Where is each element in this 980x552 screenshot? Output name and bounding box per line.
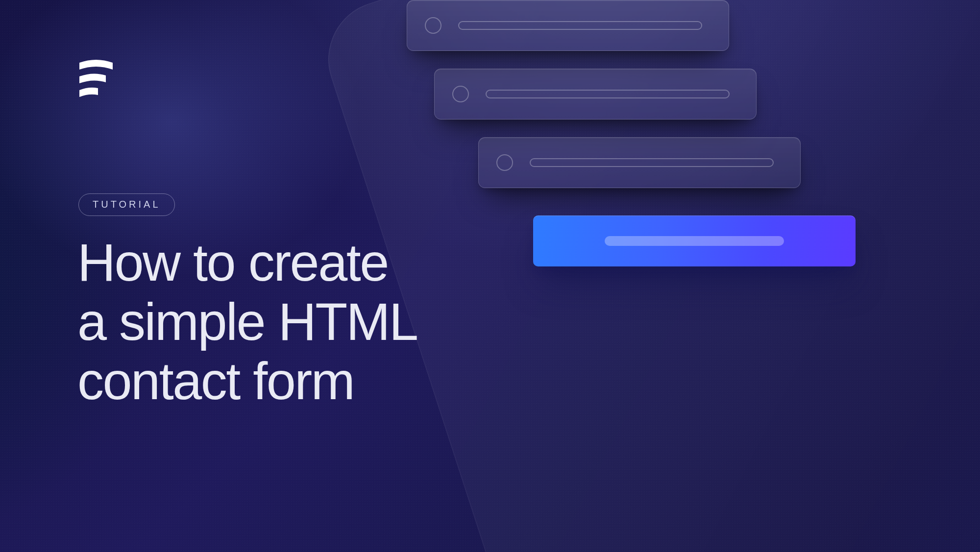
- brand-logo-icon: [78, 59, 114, 101]
- category-badge-label: TUTORIAL: [93, 199, 161, 210]
- form-field-illustration: [478, 137, 801, 188]
- field-avatar-icon: [425, 17, 441, 34]
- field-avatar-icon: [452, 86, 469, 102]
- hero-canvas: TUTORIAL How to create a simple HTML con…: [0, 0, 980, 552]
- field-line-icon: [486, 90, 730, 98]
- page-title: How to create a simple HTML contact form: [77, 233, 417, 411]
- submit-line-icon: [605, 236, 784, 246]
- form-field-illustration: [434, 69, 757, 120]
- field-line-icon: [530, 158, 774, 167]
- submit-button-illustration: [533, 216, 856, 266]
- category-badge: TUTORIAL: [78, 193, 175, 216]
- form-field-illustration: [407, 0, 729, 51]
- field-line-icon: [458, 21, 702, 30]
- field-avatar-icon: [496, 154, 513, 171]
